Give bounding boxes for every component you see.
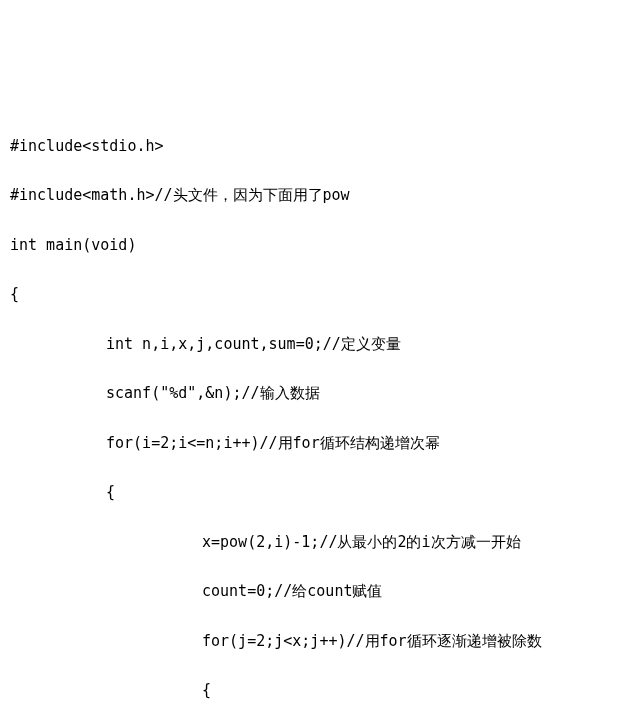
code-line: {: [10, 678, 627, 703]
code-line: #include<stdio.h>: [10, 134, 627, 159]
code-line: {: [10, 282, 627, 307]
code-line: count=0;//给count赋值: [10, 579, 627, 604]
code-line: {: [10, 480, 627, 505]
code-block: #include<stdio.h> #include<math.h>//头文件，…: [10, 109, 627, 708]
code-line: for(i=2;i<=n;i++)//用for循环结构递增次幂: [10, 431, 627, 456]
code-line: #include<math.h>//头文件，因为下面用了pow: [10, 183, 627, 208]
code-line: for(j=2;j<x;j++)//用for循环逐渐递增被除数: [10, 629, 627, 654]
code-line: scanf("%d",&n);//输入数据: [10, 381, 627, 406]
code-line: x=pow(2,i)-1;//从最小的2的i次方减一开始: [10, 530, 627, 555]
code-line: int main(void): [10, 233, 627, 258]
code-line: int n,i,x,j,count,sum=0;//定义变量: [10, 332, 627, 357]
